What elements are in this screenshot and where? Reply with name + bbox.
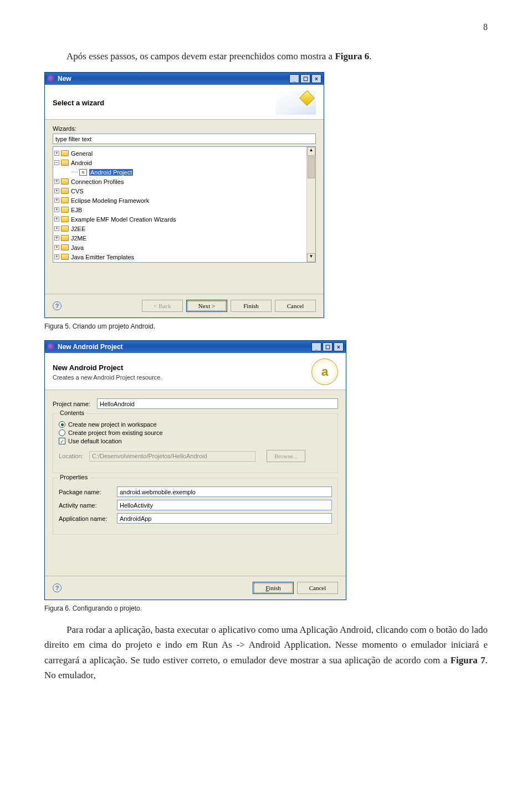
tree-item-label: EJB [71,207,82,213]
dialog2-header-title: New Android Project [53,363,162,372]
finish-button[interactable]: Finish [231,300,272,312]
properties-group: Properties Package name: Activity name: … [53,478,338,535]
tree-item[interactable]: −Android [54,158,314,167]
checkbox-use-default[interactable]: ✓ Use default location [59,438,332,444]
android-stamp-icon: a [311,359,338,385]
folder-icon [61,178,69,185]
tree-item-label: Eclipse Modeling Framework [71,197,149,204]
radio-new-label: Create new project in workspace [68,421,157,428]
tree-item[interactable]: +JavaServer Faces [54,262,314,263]
folder-icon [61,226,69,232]
tree-item[interactable]: +Example EMF Model Creation Wizards [54,214,314,224]
maximize-icon[interactable]: ☐ [300,74,310,83]
scroll-down-icon[interactable]: ▼ [307,253,315,262]
tree-item-label: CVS [71,188,84,194]
expand-icon[interactable]: + [54,245,59,250]
close-icon[interactable]: × [311,74,321,83]
help-icon[interactable]: ? [53,301,62,310]
contents-group: Contents Create new project in workspace… [53,413,338,473]
tree-item[interactable]: +General [54,148,314,158]
tree-item-label: Android Project [89,169,133,176]
tree-item[interactable]: +EJB [54,205,314,214]
para2-2: Figura 7 [451,655,485,665]
folder-icon [61,216,69,222]
finish-button[interactable]: Finish [253,582,294,594]
help-icon[interactable]: ? [53,583,62,592]
tree-item-label: Android [71,160,92,166]
wizard-tree[interactable]: +General−AndroidaAndroid Project+Connect… [53,146,316,263]
package-name-label: Package name: [59,489,117,495]
expand-icon[interactable]: + [54,188,59,193]
tree-item[interactable]: +J2EE [54,224,314,233]
expand-icon[interactable]: + [54,217,59,222]
titlebar-new: New _ ☐ × [45,73,324,85]
scroll-thumb[interactable] [308,156,315,178]
titlebar-android: New Android Project _ ☐ × [45,341,346,353]
tree-item-label: Example EMF Model Creation Wizards [71,216,176,223]
tree-item-label: Java [71,244,84,251]
scroll-up-icon[interactable]: ▲ [307,147,315,156]
minimize-icon[interactable]: _ [311,342,321,351]
dialog1-title: New [58,75,71,83]
expand-icon[interactable]: + [54,198,59,203]
para2-1: Para rodar a aplicação, basta executar o… [44,624,488,665]
intro-text-3: . [369,51,371,62]
tree-item[interactable]: +Connection Profiles [54,177,314,186]
dialog2-footer: ? Finish Cancel [45,576,346,600]
folder-icon [61,197,69,203]
eclipse-icon [47,343,55,351]
radio-existing-label: Create project from existing source [68,429,163,436]
contents-legend: Contents [58,409,86,416]
back-button: < Back [142,300,183,312]
tree-item-label: General [71,150,93,157]
tree-item[interactable]: +Java [54,243,314,252]
tree-item-label: J2EE [71,226,85,232]
tree-item[interactable]: +J2ME [54,233,314,243]
wizards-label: Wizards: [53,125,316,132]
cancel-button[interactable]: Cancel [275,300,316,312]
tree-item[interactable]: +CVS [54,186,314,196]
dialog-new-android-project: New Android Project _ ☐ × New Android Pr… [44,340,346,600]
expand-icon[interactable]: − [54,160,59,165]
expand-icon[interactable]: + [54,207,59,212]
maximize-icon[interactable]: ☐ [323,342,332,351]
tree-item[interactable]: aAndroid Project [54,167,314,177]
tree-item[interactable]: +Java Emitter Templates [54,252,314,262]
dialog2-header: New Android Project Creates a new Androi… [45,353,346,390]
location-label: Location: [59,453,89,459]
dialog2-body: Project name: Contents Create new projec… [45,390,346,545]
project-name-input[interactable] [97,398,338,409]
activity-name-input[interactable] [117,500,332,510]
caption-figura5: Figura 5. Criando um projeto Android. [44,322,488,330]
expand-icon[interactable]: + [54,226,59,231]
cancel-button[interactable]: Cancel [297,582,338,594]
folder-icon [61,235,69,241]
dialog-new-wizard: New _ ☐ × Select a wizard Wizards: +Gene… [44,72,324,318]
next-button[interactable]: Next > [186,300,227,312]
tree-item-label: Java Emitter Templates [71,254,134,260]
radio-create-new[interactable]: Create new project in workspace [59,421,332,428]
folder-icon [61,254,69,260]
application-name-input[interactable] [117,513,332,524]
expand-icon[interactable]: + [54,151,59,156]
expand-icon[interactable]: + [54,254,59,259]
activity-name-label: Activity name: [59,502,117,509]
tree-scrollbar[interactable]: ▲ ▼ [306,147,315,262]
wizard-filter-input[interactable] [53,134,316,144]
minimize-icon[interactable]: _ [289,74,299,83]
folder-icon [61,244,69,250]
radio-create-existing[interactable]: Create project from existing source [59,429,332,436]
location-input [89,451,255,462]
expand-icon[interactable]: + [54,235,59,240]
dialog1-header: Select a wizard [45,85,324,120]
radio-on-icon [59,421,65,428]
tree-item[interactable]: +Eclipse Modeling Framework [54,196,314,205]
folder-icon [61,150,69,156]
expand-icon[interactable]: + [54,179,59,184]
checkbox-checked-icon: ✓ [59,438,65,444]
folder-icon [61,188,69,194]
caption-figura6: Figura 6. Configurando o projeto. [44,605,488,612]
package-name-input[interactable] [117,487,332,497]
close-icon[interactable]: × [334,342,344,351]
folder-icon [61,207,69,213]
